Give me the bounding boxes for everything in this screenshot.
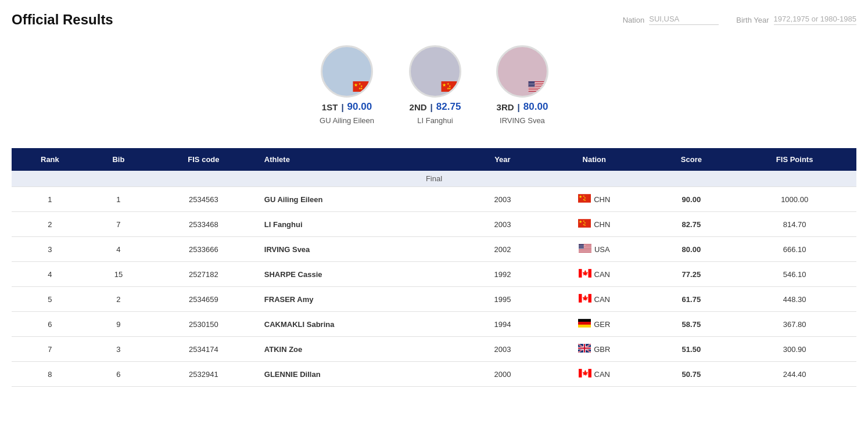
svg-rect-49 [579, 269, 582, 278]
svg-rect-59 [578, 322, 591, 325]
podium-rank-label-1: 1ST [322, 102, 338, 112]
fis-points-cell: 448.30 [733, 287, 856, 312]
rank-cell: 3 [12, 237, 88, 262]
svg-rect-17 [528, 88, 544, 88]
nation-cell-inner: 🍁 CAN [544, 294, 644, 304]
svg-rect-50 [588, 269, 591, 278]
podium: ★ ★ ★ ★ ★ 1ST|90.00GU Ailing Eileen ★ ★ … [12, 39, 856, 131]
svg-rect-71 [579, 369, 582, 378]
birth-year-filter-group: Birth Year 1972,1975 or 1980-1985 [736, 15, 856, 25]
fis-code-cell: 2530150 [149, 312, 259, 337]
nation-cell: 🍁 CAN [539, 362, 650, 387]
flag-icon-cn: ★ ★ ★ ★ ★ [578, 219, 591, 229]
col-header-year: Year [467, 148, 539, 171]
results-table: RankBibFIS codeAthleteYearNationScoreFIS… [12, 148, 856, 387]
fis-points-cell: 814.70 [733, 212, 856, 237]
score-cell: 61.75 [650, 287, 733, 312]
athlete-cell: CAKMAKLI Sabrina [259, 312, 467, 337]
fis-code-cell: 2527182 [149, 262, 259, 287]
nation-cell: ★★★★★★ ★★★★★ ★★★★★★ USA [539, 237, 650, 262]
score-cell: 58.75 [650, 312, 733, 337]
podium-divider-1: | [341, 102, 343, 112]
year-cell: 2002 [467, 237, 539, 262]
podium-divider-2: | [431, 102, 433, 112]
fis-points-cell: 1000.00 [733, 187, 856, 212]
podium-rank-score-2: 2ND|82.75 [410, 101, 461, 113]
table-row: 692530150CAKMAKLI Sabrina1994 GER58.7536… [12, 312, 856, 337]
bib-cell: 7 [88, 212, 149, 237]
podium-flag-1: ★ ★ ★ ★ ★ [353, 81, 369, 94]
svg-rect-41 [579, 249, 591, 250]
page-container: Official Results Nation SUI,USA Birth Ye… [0, 0, 868, 393]
table-row: 342533666IRVING Svea2002 ★★★★★★ ★★★★★ ★★… [12, 237, 856, 262]
rank-cell: 5 [12, 287, 88, 312]
nation-cell: ★ ★ ★ ★ ★ CHN [539, 212, 650, 237]
nation-cell-inner: 🍁 CAN [544, 369, 644, 379]
fis-code-cell: 2534174 [149, 337, 259, 362]
podium-flag-3: ★★★★★★ ★★★★★ ★★★★★★ [528, 81, 544, 94]
podium-rank-score-1: 1ST|90.00 [322, 101, 372, 113]
nation-code: GER [594, 320, 610, 329]
nation-cell-inner: ★ ★ ★ ★ ★ CHN [544, 219, 644, 229]
podium-rank-label-3: 3RD [497, 102, 514, 112]
rank-cell: 8 [12, 362, 88, 387]
score-cell: 82.75 [650, 212, 733, 237]
header-filters: Nation SUI,USA Birth Year 1972,1975 or 1… [623, 15, 856, 25]
nation-cell-inner: GER [544, 319, 644, 329]
podium-avatar-2: ★ ★ ★ ★ ★ [409, 45, 461, 98]
score-cell: 77.25 [650, 262, 733, 287]
bib-cell: 15 [88, 262, 149, 287]
podium-divider-3: | [518, 102, 520, 112]
svg-rect-69 [578, 347, 591, 348]
flag-icon-us: ★★★★★★ ★★★★★ ★★★★★★ [579, 244, 591, 254]
col-header-fis-points: FIS Points [733, 148, 856, 171]
header: Official Results Nation SUI,USA Birth Ye… [12, 12, 856, 28]
birth-year-value[interactable]: 1972,1975 or 1980-1985 [774, 15, 856, 25]
fis-code-cell: 2532941 [149, 362, 259, 387]
year-cell: 2003 [467, 187, 539, 212]
birth-year-label: Birth Year [736, 16, 769, 24]
svg-rect-72 [588, 369, 591, 378]
fis-code-cell: 2534563 [149, 187, 259, 212]
section-label: Final [12, 171, 856, 187]
table-row: 862532941GLENNIE Dillan2000 🍁 CAN50.7524… [12, 362, 856, 387]
flag-icon-ca: 🍁 [579, 269, 591, 279]
nation-value[interactable]: SUI,USA [649, 15, 719, 25]
flag-icon-ca: 🍁 [579, 369, 591, 379]
bib-cell: 2 [88, 287, 149, 312]
bib-cell: 9 [88, 312, 149, 337]
fis-points-cell: 367.80 [733, 312, 856, 337]
col-header-rank: Rank [12, 148, 88, 171]
svg-rect-60 [578, 325, 591, 328]
podium-score-1: 90.00 [347, 101, 372, 113]
svg-rect-18 [528, 89, 544, 90]
col-header-fis-code: FIS code [149, 148, 259, 171]
nation-cell-inner: GBR [544, 344, 644, 354]
year-cell: 2003 [467, 337, 539, 362]
rank-cell: 2 [12, 212, 88, 237]
nation-cell: 🍁 CAN [539, 262, 650, 287]
svg-text:★: ★ [583, 199, 585, 201]
svg-text:★: ★ [354, 82, 358, 88]
podium-flag-2: ★ ★ ★ ★ ★ [441, 81, 457, 94]
nation-cell: GBR [539, 337, 650, 362]
svg-rect-43 [579, 252, 591, 253]
athlete-cell: GLENNIE Dillan [259, 362, 467, 387]
rank-cell: 1 [12, 187, 88, 212]
fis-points-cell: 244.40 [733, 362, 856, 387]
nation-cell-inner: ★ ★ ★ ★ ★ CHN [544, 194, 644, 204]
col-header-bib: Bib [88, 148, 149, 171]
table-row: 272533468LI Fanghui2003 ★ ★ ★ ★ ★ CHN82.… [12, 212, 856, 237]
nation-cell: 🍁 CAN [539, 287, 650, 312]
score-cell: 51.50 [650, 337, 733, 362]
nation-cell-inner: ★★★★★★ ★★★★★ ★★★★★★ USA [544, 244, 644, 254]
podium-avatar-1: ★ ★ ★ ★ ★ [321, 45, 373, 98]
athlete-cell: GU Ailing Eileen [259, 187, 467, 212]
score-cell: 50.75 [650, 362, 733, 387]
svg-rect-19 [528, 91, 544, 92]
rank-cell: 7 [12, 337, 88, 362]
nation-code: USA [594, 245, 610, 254]
podium-name-3: IRVING Svea [500, 116, 545, 125]
svg-text:★: ★ [442, 82, 446, 88]
svg-rect-55 [588, 294, 591, 303]
